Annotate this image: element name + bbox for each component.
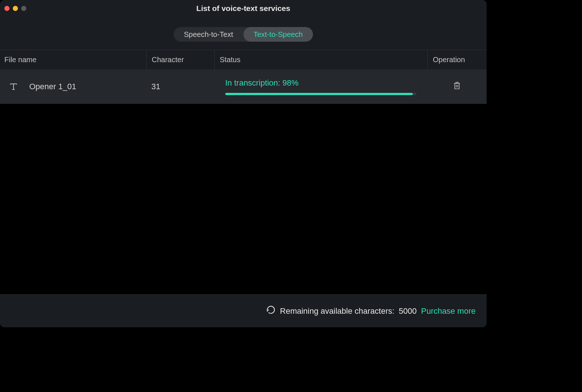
- progress-fill: [225, 93, 413, 95]
- trash-icon: [453, 83, 461, 92]
- refresh-icon: [266, 305, 276, 317]
- cell-status: In transcription: 98%: [214, 78, 427, 95]
- maximize-window-button: [21, 6, 26, 11]
- progress-bar: [225, 93, 416, 95]
- text-type-icon: [9, 82, 18, 91]
- service-tabs: Speech-to-Text Text-to-Speech: [174, 27, 313, 42]
- traffic-lights: [0, 6, 26, 11]
- file-name-text: Opener 1_01: [29, 82, 76, 91]
- status-text: In transcription: 98%: [225, 78, 416, 88]
- tab-speech-to-text[interactable]: Speech-to-Text: [174, 27, 243, 42]
- column-header-file: File name: [0, 56, 146, 64]
- footer-bar: Remaining available characters: 5000 Pur…: [0, 294, 487, 327]
- window-title: List of voice-text services: [0, 4, 487, 13]
- table-header: File name Character Status Operation: [0, 50, 487, 69]
- column-header-operation: Operation: [427, 50, 487, 69]
- purchase-more-link[interactable]: Purchase more: [421, 306, 476, 316]
- tab-text-to-speech[interactable]: Text-to-Speech: [243, 27, 313, 42]
- remaining-count: 5000: [399, 306, 417, 316]
- refresh-button[interactable]: [266, 305, 276, 317]
- table-body: Opener 1_01 31 In transcription: 98%: [0, 69, 487, 294]
- cell-file: Opener 1_01: [0, 82, 146, 91]
- remaining-label: Remaining available characters:: [280, 306, 394, 316]
- cell-character: 31: [146, 82, 214, 91]
- cell-operation: [427, 81, 487, 93]
- close-window-button[interactable]: [4, 6, 10, 11]
- minimize-window-button[interactable]: [13, 6, 18, 11]
- titlebar: List of voice-text services: [0, 0, 487, 17]
- table-row: Opener 1_01 31 In transcription: 98%: [0, 69, 487, 104]
- column-header-status: Status: [214, 50, 427, 69]
- voice-text-services-window: List of voice-text services Speech-to-Te…: [0, 0, 487, 327]
- delete-button[interactable]: [453, 81, 461, 93]
- column-header-character: Character: [146, 50, 214, 69]
- tabs-container: Speech-to-Text Text-to-Speech: [0, 17, 487, 50]
- table-area: File name Character Status Operation: [0, 50, 487, 294]
